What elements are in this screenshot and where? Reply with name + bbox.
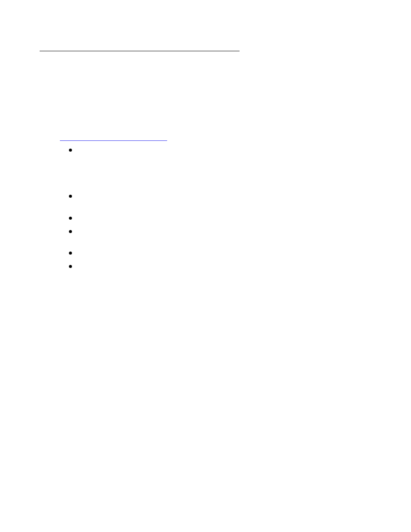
list-bullet-icon — [69, 217, 72, 220]
list-bullet-icon — [69, 149, 72, 152]
list-bullet-icon — [69, 230, 72, 233]
hyperlink-underline[interactable] — [60, 132, 167, 141]
bullet-list — [69, 0, 73, 302]
list-bullet-icon — [69, 265, 72, 268]
list-bullet-icon — [69, 252, 72, 255]
document-page — [0, 0, 411, 532]
list-bullet-icon — [69, 195, 72, 198]
